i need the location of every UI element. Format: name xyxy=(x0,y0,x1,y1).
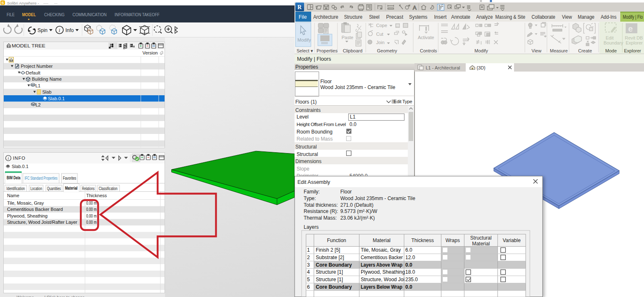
svg-text:Project Number: Project Number xyxy=(21,64,53,69)
svg-text:Precast: Precast xyxy=(386,14,404,20)
svg-text:A: A xyxy=(413,5,417,11)
svg-text:Layers Below Wrap: Layers Below Wrap xyxy=(361,284,402,290)
svg-text:Boundary: Boundary xyxy=(604,40,624,45)
svg-text:Material: Material xyxy=(65,186,77,191)
svg-text:Tile, Mosaic, Gray: Tile, Mosaic, Gray xyxy=(7,200,44,205)
svg-text:Structural: Structural xyxy=(470,235,492,241)
svg-text:0.0: 0.0 xyxy=(405,262,412,268)
svg-text:18.0: 18.0 xyxy=(405,269,415,275)
svg-text:Layers: Layers xyxy=(304,224,319,230)
svg-text:0.00 m: 0.00 m xyxy=(86,207,97,212)
svg-text:271.0 (Default): 271.0 (Default) xyxy=(340,202,373,208)
svg-text:Analyze: Analyze xyxy=(476,14,493,20)
svg-text:Wraps: Wraps xyxy=(445,238,459,243)
svg-text:Cope: Cope xyxy=(376,23,387,28)
svg-text:Slab.0.1: Slab.0.1 xyxy=(48,96,65,101)
svg-text:Paste: Paste xyxy=(342,35,353,40)
svg-text:Manage: Manage xyxy=(578,14,594,20)
svg-text:INFO: INFO xyxy=(13,156,25,161)
svg-text:Slab: Slab xyxy=(42,89,52,94)
svg-text:4: 4 xyxy=(307,269,310,275)
svg-text:Floor: Floor xyxy=(340,189,352,195)
svg-text:Architecture: Architecture xyxy=(313,14,338,20)
svg-text:Wood Joist 235mm - Ceramic Til: Wood Joist 235mm - Ceramic Tile xyxy=(340,196,415,201)
svg-text:Revit DB: Revit DB xyxy=(625,35,643,40)
svg-text:Location: Location xyxy=(30,186,42,191)
svg-text:Building Name: Building Name xyxy=(32,77,62,82)
svg-text:Edit Assembly: Edit Assembly xyxy=(297,179,330,185)
svg-text:3: 3 xyxy=(307,262,310,268)
svg-text:Quantities: Quantities xyxy=(47,186,61,191)
svg-text:Default: Default xyxy=(26,70,40,75)
svg-text:COMMUNICATION: COMMUNICATION xyxy=(72,12,107,17)
svg-text:Thickness: Thickness xyxy=(86,193,107,198)
svg-text:Thickness: Thickness xyxy=(411,238,434,243)
svg-text:Tile, Mosaic, Gray: Tile, Mosaic, Gray xyxy=(361,247,401,253)
svg-text:View: View xyxy=(562,14,572,20)
svg-text:MODEL TREE: MODEL TREE xyxy=(12,43,45,48)
svg-text:Steel: Steel xyxy=(369,14,379,20)
svg-text:Plywood, Sheathing: Plywood, Sheathing xyxy=(7,213,47,218)
svg-text:{3D}: {3D} xyxy=(477,65,486,70)
svg-text:Spin: Spin xyxy=(37,27,47,33)
svg-text:Annotate: Annotate xyxy=(451,14,470,20)
svg-text:Type:: Type: xyxy=(304,196,316,201)
svg-text:12.0: 12.0 xyxy=(405,255,415,260)
svg-text:9.5773 (m²·K)/W: 9.5773 (m²·K)/W xyxy=(340,208,377,214)
svg-text:Structure, Wood Joist/Rafter L: Structure, Wood Joist/Rafter Layer xyxy=(7,220,77,225)
svg-text:i: i xyxy=(8,156,9,161)
svg-text:Name: Name xyxy=(7,193,19,198)
svg-text:Join: Join xyxy=(376,40,384,45)
svg-text:Activate: Activate xyxy=(418,35,434,40)
svg-text:Thermal Mass:: Thermal Mass: xyxy=(304,215,337,221)
svg-text:Function: Function xyxy=(327,238,346,243)
svg-text:FILE: FILE xyxy=(7,12,15,17)
svg-text:Cementitious Backer: Cementitious Backer xyxy=(361,255,403,260)
svg-text:Substrate [2]: Substrate [2] xyxy=(316,255,344,260)
svg-text:Structure, Wood Joi: Structure, Wood Joi xyxy=(361,277,404,282)
svg-text:Total thickness:: Total thickness: xyxy=(304,202,338,208)
svg-text:IFC Standard Properties: IFC Standard Properties xyxy=(25,176,57,181)
svg-text:0.0: 0.0 xyxy=(405,284,412,290)
svg-text:Collaborate: Collaborate xyxy=(532,14,555,20)
svg-text:File: File xyxy=(299,14,307,20)
svg-text:e: e xyxy=(628,24,633,33)
svg-text:i: i xyxy=(59,27,60,33)
svg-text:Core Boundary: Core Boundary xyxy=(316,262,352,268)
svg-text:Systems: Systems xyxy=(409,14,427,20)
svg-text:L2: L2 xyxy=(36,102,41,107)
svg-text:Add-Ins: Add-Ins xyxy=(601,14,617,20)
svg-text:Identification: Identification xyxy=(7,186,25,191)
svg-text:Favorites: Favorites xyxy=(63,176,76,181)
svg-text:Cementitious Backer Board: Cementitious Backer Board xyxy=(7,207,63,212)
svg-text:L1 - Architectural: L1 - Architectural xyxy=(426,65,460,70)
svg-text:Core Boundary: Core Boundary xyxy=(316,284,352,290)
svg-text:Classification: Classification xyxy=(99,186,117,191)
svg-text:BIM Data: BIM Data xyxy=(7,175,21,180)
svg-text:Modify | Flo: Modify | Flo xyxy=(623,14,643,20)
svg-text:Explorer: Explorer xyxy=(626,40,643,45)
svg-text:Material: Material xyxy=(472,241,490,247)
svg-text:Cut: Cut xyxy=(376,32,383,37)
svg-text:Finish 2 [5]: Finish 2 [5] xyxy=(316,247,340,253)
svg-text:0.00 m: 0.00 m xyxy=(86,200,97,205)
svg-text:Massing & Site: Massing & Site xyxy=(495,14,525,20)
svg-text:Variable: Variable xyxy=(503,238,521,243)
svg-text:Material: Material xyxy=(373,238,391,243)
svg-text:INFORMATION TAKEOFF: INFORMATION TAKEOFF xyxy=(115,12,160,17)
svg-text:Plywood, Sheathing: Plywood, Sheathing xyxy=(361,269,405,275)
svg-text:Edit: Edit xyxy=(606,35,614,40)
svg-text:5: 5 xyxy=(307,277,310,282)
svg-text:0.00 m: 0.00 m xyxy=(86,220,97,225)
svg-text:0.00 m: 0.00 m xyxy=(86,213,97,218)
svg-text:Modify: Modify xyxy=(297,37,311,42)
svg-text:L1: L1 xyxy=(35,83,40,88)
svg-text:Structure [1]: Structure [1] xyxy=(316,277,343,282)
svg-text:Resistance (R):: Resistance (R): xyxy=(304,208,338,214)
svg-text:MODEL: MODEL xyxy=(22,12,36,17)
svg-text:Relations: Relations xyxy=(82,186,95,191)
svg-text:Insert: Insert xyxy=(434,14,447,20)
svg-text:Info: Info xyxy=(65,27,74,33)
svg-text:Layers Above Wrap: Layers Above Wrap xyxy=(361,262,402,268)
svg-text:23.06 kJ/(m²·K): 23.06 kJ/(m²·K) xyxy=(340,215,375,221)
